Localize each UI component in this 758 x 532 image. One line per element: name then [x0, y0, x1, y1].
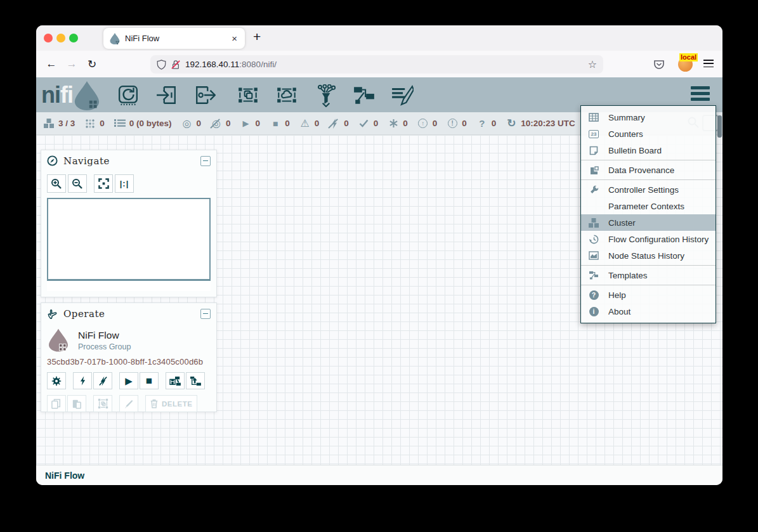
global-menu-icon[interactable]: [691, 86, 710, 103]
menu-separator: [581, 285, 716, 285]
collapse-navigate-button[interactable]: [200, 156, 211, 166]
upload-template-button[interactable]: [186, 372, 205, 389]
fill-color-button[interactable]: [119, 395, 138, 412]
birdseye-minimap[interactable]: [47, 198, 211, 281]
counters-icon: 23: [587, 130, 600, 138]
zoom-out-button[interactable]: [68, 174, 87, 193]
locally-modified-icon: [387, 119, 400, 128]
menu-item-templates[interactable]: Templates: [581, 267, 716, 283]
input-port-icon[interactable]: [156, 84, 178, 106]
sync-failure-status: ? 0: [476, 118, 497, 129]
output-port-icon[interactable]: [194, 84, 216, 106]
enable-button[interactable]: [73, 372, 92, 389]
cluster-status: 3 / 3: [42, 118, 75, 129]
locally-modified-status: 0: [387, 119, 408, 128]
locally-modified-stale-icon: !: [446, 119, 459, 128]
insecure-lock-icon[interactable]: [171, 60, 180, 70]
not-transmitting-icon: ◎: [210, 119, 223, 129]
transmitting-icon: ◎: [181, 119, 193, 129]
browser-tab[interactable]: NiFi Flow ×: [103, 28, 245, 49]
label-icon[interactable]: [391, 84, 414, 106]
menu-item-summary[interactable]: Summary: [581, 109, 716, 126]
browser-menu-icon[interactable]: [703, 60, 714, 70]
window-zoom-button[interactable]: [69, 34, 78, 42]
process-group-drop-icon: [49, 328, 68, 352]
menu-item-about[interactable]: i About: [581, 303, 716, 320]
stopped-icon: ■: [269, 119, 282, 129]
queued-icon: [114, 119, 126, 129]
configure-button[interactable]: [47, 372, 66, 389]
navigate-title: Navigate: [63, 155, 200, 167]
stopped-status: ■ 0: [269, 119, 290, 129]
refresh-icon[interactable]: ↻: [505, 117, 518, 130]
zoom-actual-size-button[interactable]: |:|: [115, 174, 134, 193]
disable-button[interactable]: [93, 372, 112, 389]
nifi-favicon: [110, 33, 120, 44]
delete-label: DELETE: [162, 400, 192, 408]
template-icon[interactable]: [353, 84, 376, 106]
breadcrumb-bar: NiFi Flow: [36, 465, 722, 485]
threads-icon: [84, 119, 96, 129]
hand-pointer-icon: [47, 308, 58, 320]
zoom-fit-button[interactable]: [94, 174, 113, 193]
menu-item-help[interactable]: ? Help: [581, 287, 716, 303]
stop-button[interactable]: ■: [140, 372, 159, 389]
menu-item-cluster[interactable]: Cluster: [581, 214, 716, 231]
url-bar[interactable]: 192.168.40.11:8080/nifi/ ☆: [150, 55, 603, 74]
zoom-in-button[interactable]: [47, 174, 66, 193]
logo-ni: ni: [41, 81, 60, 109]
data-provenance-icon: [587, 165, 600, 175]
menu-item-controller-settings[interactable]: Controller Settings: [581, 181, 716, 198]
operate-palette: Operate NiFi Flow Process Group 35cbd3b7…: [41, 302, 217, 412]
flow-configuration-history-icon: [587, 235, 600, 244]
scrollbar-thumb[interactable]: [717, 115, 722, 138]
copy-button[interactable]: [47, 395, 66, 412]
global-menu-dropdown: Summary 23 Counters Bulletin Board Data …: [580, 105, 716, 323]
menu-separator: [581, 160, 716, 160]
collapse-operate-button[interactable]: [200, 309, 211, 319]
breadcrumb-root[interactable]: NiFi Flow: [45, 470, 84, 481]
window-close-button[interactable]: [44, 34, 53, 42]
menu-item-node-status-history[interactable]: Node Status History: [581, 247, 716, 264]
remote-process-group-icon[interactable]: [275, 84, 298, 106]
operate-buttons-row-2: DELETE: [41, 389, 216, 412]
menu-item-bulletin-board[interactable]: Bulletin Board: [581, 142, 716, 159]
not-transmitting-status: ◎ 0: [210, 119, 231, 129]
last-refresh: ↻ 10:20:23 UTC: [505, 117, 575, 130]
menu-item-flow-configuration-history[interactable]: Flow Configuration History: [581, 231, 716, 247]
menu-item-parameter-contexts[interactable]: Parameter Contexts: [581, 198, 716, 214]
compass-icon: [47, 155, 58, 166]
forward-icon[interactable]: →: [62, 58, 82, 70]
funnel-icon[interactable]: [316, 84, 336, 107]
window-minimize-button[interactable]: [56, 34, 65, 42]
group-button[interactable]: [93, 395, 112, 412]
summary-icon: [587, 113, 600, 122]
new-tab-button[interactable]: +: [253, 29, 261, 44]
shield-icon[interactable]: [157, 60, 166, 70]
menu-item-counters[interactable]: 23 Counters: [581, 126, 716, 142]
processor-icon[interactable]: [117, 84, 139, 106]
back-icon[interactable]: ←: [41, 58, 62, 70]
selected-component-type: Process Group: [78, 342, 131, 351]
menu-item-data-provenance[interactable]: Data Provenance: [581, 162, 716, 178]
locally-modified-stale-status: ! 0: [446, 119, 467, 128]
navigate-toolbar: |:|: [41, 171, 216, 195]
paste-button[interactable]: [67, 395, 86, 412]
delete-button[interactable]: DELETE: [145, 395, 197, 412]
url-host: 192.168.40.11: [185, 60, 239, 69]
queued-status: 0 (0 bytes): [114, 119, 172, 129]
pocket-icon[interactable]: [653, 58, 665, 71]
tab-close-icon[interactable]: ×: [230, 33, 239, 44]
node-status-history-icon: [587, 251, 600, 260]
process-group-icon[interactable]: [237, 84, 259, 106]
selected-component-id: 35cbd3b7-017b-1000-8bff-1c3405c00d6b: [41, 352, 216, 367]
save-template-button[interactable]: [166, 372, 185, 389]
cluster-icon: [42, 118, 55, 129]
disabled-icon: [328, 119, 341, 129]
start-button[interactable]: ▶: [119, 372, 138, 389]
threads-status: 0: [84, 119, 105, 129]
reload-icon[interactable]: ↻: [82, 58, 102, 71]
sync-failure-icon: ?: [476, 118, 488, 129]
profile-badge: local: [679, 53, 698, 62]
bookmark-star-icon[interactable]: ☆: [588, 58, 597, 70]
